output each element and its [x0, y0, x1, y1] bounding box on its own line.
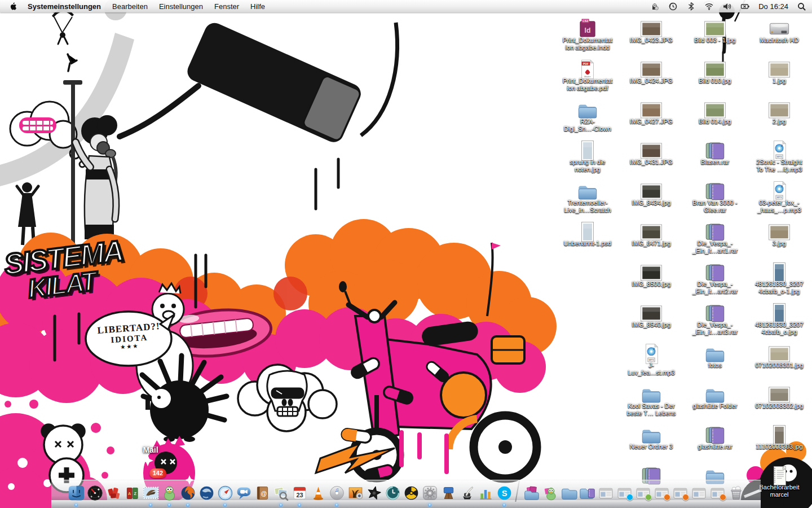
desktop-icon-11102008303-jpg[interactable]: 11102008303.jpg	[743, 425, 812, 450]
apple-menu-icon[interactable]	[9, 2, 17, 11]
dock-minimized-window-1[interactable]	[597, 483, 615, 502]
desktop-icon-glashuette-rar[interactable]: glashütte.rar	[678, 425, 752, 450]
desktop-icon-label: fotos	[678, 362, 752, 369]
time-machine-menu-icon[interactable]	[668, 2, 678, 11]
desktop-icon-bild-014-jpg[interactable]: Bild 014.jpg	[678, 100, 752, 125]
desktop-icon-07102008302-jpg[interactable]: 07102008302.jpg	[743, 384, 812, 410]
dock-mail[interactable]: 142Mail	[142, 483, 160, 502]
dock-iphoto[interactable]	[346, 483, 364, 502]
dock-keynote[interactable]	[439, 483, 457, 502]
desktop-icon-bran-van-3000-glee-rar[interactable]: Bran Van 3000 - Glee.rar	[678, 181, 752, 214]
dock-minimized-window-2[interactable]	[615, 483, 633, 502]
dock-dictionary[interactable]	[123, 483, 141, 502]
desktop-icon-label: sprung in die noten.jpg	[551, 159, 624, 173]
dock-black-star-app[interactable]	[365, 483, 383, 502]
dock-icon-image	[86, 484, 104, 502]
desktop-icon-07102008301-jpg[interactable]: 07102008301.jpg	[743, 344, 812, 369]
running-indicator	[223, 503, 227, 507]
dock-stack-folders[interactable]	[578, 483, 596, 502]
dock-skype[interactable]	[495, 483, 513, 502]
desktop-icon-img-8540-jpg[interactable]: IMG_8540.jpg	[615, 303, 688, 329]
desktop-icon-bild-003-1-jpg[interactable]: Bild 003 - 1.jpg	[678, 19, 752, 44]
desktop-icon-fotos-folder[interactable]: fotos	[678, 344, 752, 369]
desktop-icon-unbenannt-1-psd[interactable]: Unbenannt-1.psd	[551, 222, 624, 247]
dock-minimized-window-6[interactable]	[690, 483, 708, 502]
desktop-icon-j-luv-mp3[interactable]: J- Luv_fea…st.mp3	[615, 344, 688, 376]
menu-extras: Do 16:24	[650, 2, 806, 11]
desktop-icon-img-0427-jpg[interactable]: IMG_0427.JPG	[615, 100, 688, 125]
dock-minimized-window-4[interactable]	[652, 483, 670, 502]
dock-vlc[interactable]	[309, 483, 327, 502]
desktop-icon-print-dokumentation-abgabe-pdf[interactable]: Print_Dokumentat ion abgabe.pdf	[551, 59, 624, 92]
desktop-icon-trentemoeller-live-folder[interactable]: Trentemoeller- Live_in…Scratch	[551, 181, 624, 214]
app-character-menu-icon[interactable]	[650, 2, 660, 11]
dock-ichat[interactable]	[235, 483, 253, 502]
desktop-icon-die-vespa-art2-rar[interactable]: Die_Vespa_- _Ein_it…art2.rar	[678, 262, 752, 295]
dock-numbers[interactable]	[476, 483, 495, 502]
desktop-icon-03-peter-fox-haus-mp3[interactable]: 03-peter_fox_- _haus_…p.mp3	[743, 181, 812, 214]
desktop-icon-print-dokumentation-abgabe-indd[interactable]: Print_Dokumentat ion abgabe.indd	[551, 19, 624, 51]
desktop-icon-1-jpg[interactable]: 1.jpg	[743, 59, 812, 85]
dock-time-machine[interactable]	[383, 483, 401, 502]
desktop-icon-img-8500-jpg[interactable]: IMG_8500.jpg	[615, 262, 688, 288]
dock-system-preferences[interactable]	[421, 483, 439, 502]
dock: 142Mail	[57, 475, 755, 508]
dock-icon-image	[347, 484, 364, 502]
dock-firefox[interactable]	[179, 483, 197, 502]
desktop-icon-2-jpg[interactable]: 2.jpg	[743, 100, 812, 125]
dock-address-book[interactable]	[253, 483, 271, 502]
desktop-icon-label: Print_Dokumentat ion abgabe.pdf	[551, 77, 624, 92]
desktop-icon-blasen-rar[interactable]: Blasen.rar	[678, 141, 752, 166]
dock-finder[interactable]	[67, 483, 85, 502]
dock-pages[interactable]	[458, 483, 476, 502]
volume-menu-icon[interactable]	[722, 2, 732, 11]
desktop-icon-label: IMG_8500.jpg	[615, 281, 688, 288]
menu-systemeinstellungen[interactable]: Systemeinstellungen	[22, 2, 107, 11]
desktop-icon-kool-savas-folder[interactable]: Kool Savas - Der beste T… Lebens	[615, 384, 688, 417]
dock-minimized-window-3[interactable]	[634, 483, 652, 502]
desktop-icon-macintosh-hd[interactable]: Macintosh HD	[743, 19, 812, 44]
dock-adium[interactable]	[160, 483, 178, 502]
spotlight-menu-icon[interactable]	[797, 2, 806, 11]
dock-minimized-window-5[interactable]	[671, 483, 689, 502]
menu-hilfe[interactable]: Hilfe	[245, 2, 271, 11]
desktop-icon-3-jpg[interactable]: 3.jpg	[743, 222, 812, 247]
desktop-icon-glashuette-folder[interactable]: glashütte Folder	[678, 384, 752, 410]
desktop-icon-neuer-ordner-3-folder[interactable]: Neuer Ordner 3	[615, 425, 688, 450]
menu-bearbeiten[interactable]: Bearbeiten	[107, 2, 153, 11]
dock-trash[interactable]	[727, 483, 745, 502]
menu-clock[interactable]: Do 16:24	[758, 2, 788, 11]
desktop-icon-img-8434-jpg[interactable]: IMG_8434.jpg	[615, 181, 688, 207]
dock-google-earth[interactable]	[197, 483, 215, 502]
dock-red-blocks-app[interactable]	[104, 483, 122, 502]
dock-itunes[interactable]	[328, 483, 346, 502]
desktop-icon-rza-digi-sn-clown-folder[interactable]: RZA- Digi_Sn…-Clown	[551, 100, 624, 133]
battery-menu-icon[interactable]	[740, 2, 750, 11]
desktop-icon-die-vespa-art3-rar[interactable]: Die_Vespa_- _Ein_it…art3.rar	[678, 303, 752, 336]
dock-stack-folder[interactable]	[559, 483, 577, 502]
wifi-menu-icon[interactable]	[704, 2, 714, 11]
dock-stack-duck[interactable]	[541, 483, 559, 502]
menu-einstellungen[interactable]: Einstellungen	[153, 2, 209, 11]
desktop-icon-481261830-3207-4cbafb-o-1-jpg[interactable]: 481261830_3207 4cbafb_o-1.jpg	[743, 262, 812, 295]
bluetooth-menu-icon[interactable]	[686, 2, 696, 11]
desktop-icon-label: Neuer Ordner 3	[615, 443, 688, 450]
desktop-icon-481261830-3207-4cbafb-o-jpg[interactable]: 481261830_3207 4cbafb_o.jpg	[743, 303, 812, 336]
desktop-icon-sprung-in-die-noten-jpg[interactable]: sprung in die noten.jpg	[551, 141, 624, 173]
desktop-icon-2sonic-straight-mp3[interactable]: 2Sonic - Straight To The …it).mp3	[743, 141, 812, 173]
dock-divider	[515, 478, 520, 502]
dock-ical[interactable]	[290, 483, 308, 502]
dock-minimized-window-7[interactable]	[708, 483, 726, 502]
desktop-icon-img-0423-jpg[interactable]: IMG_0423.JPG	[615, 19, 688, 44]
dock-preview[interactable]	[272, 483, 290, 502]
menu-fenster[interactable]: Fenster	[209, 2, 245, 11]
desktop-icon-img-0424-jpg[interactable]: IMG_0424.JPG	[615, 59, 688, 85]
desktop-icon-die-vespa-art1-rar[interactable]: Die_Vespa_- _Ein_it…art1.rar	[678, 222, 752, 255]
desktop-icon-img-0431-jpg[interactable]: IMG_0431.JPG	[615, 141, 688, 166]
dock-dashboard[interactable]	[86, 483, 104, 502]
dock-stack-documents[interactable]	[522, 483, 540, 502]
desktop-icon-bild-010-jpg[interactable]: Bild 010.jpg	[678, 59, 752, 85]
dock-safari[interactable]	[216, 483, 234, 502]
dock-toast[interactable]	[402, 483, 420, 502]
desktop-icon-img-8471-jpg[interactable]: IMG_8471.jpg	[615, 222, 688, 247]
